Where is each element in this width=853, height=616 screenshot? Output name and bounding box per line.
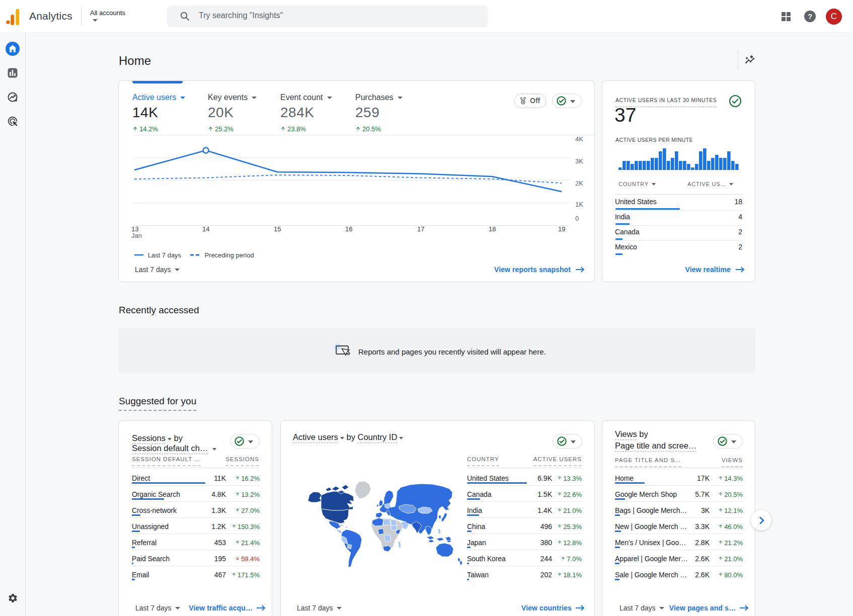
svg-text:4K: 4K [575,135,583,143]
svg-text:1K: 1K [575,201,583,208]
svg-text:15: 15 [274,225,281,233]
svg-text:18: 18 [489,225,496,233]
svg-text:17: 17 [417,225,424,233]
svg-text:Jan: Jan [131,232,142,239]
svg-text:0: 0 [575,215,579,222]
svg-text:19: 19 [558,225,565,233]
svg-text:3K: 3K [575,157,583,165]
svg-text:16: 16 [345,225,352,233]
svg-text:14: 14 [202,225,209,233]
svg-text:2K: 2K [575,180,583,187]
